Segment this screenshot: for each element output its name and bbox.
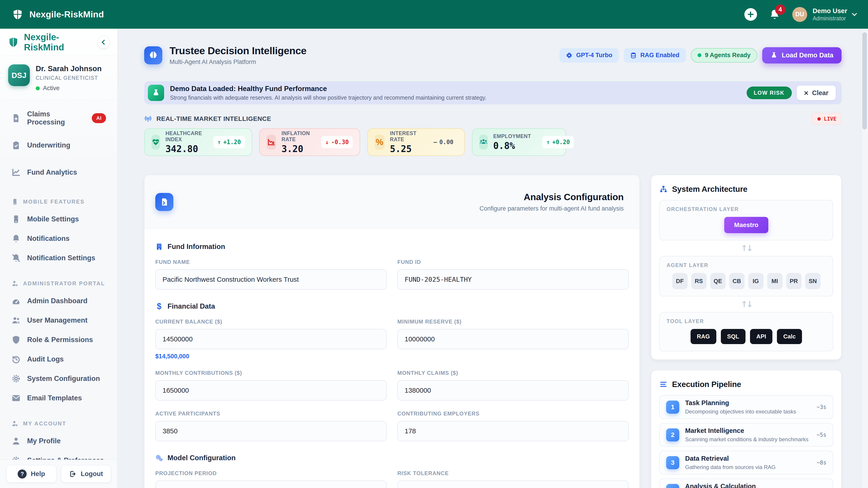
document-icon [155, 193, 174, 211]
add-button[interactable] [744, 8, 757, 21]
sidebar-item-notification-settings[interactable]: Notification Settings [5, 248, 112, 268]
sidebar-item-my-profile[interactable]: My Profile [5, 431, 112, 451]
tool-chips: RAG SQL API Calc [666, 329, 826, 344]
risk-badge: LOW RISK [747, 87, 792, 99]
logout-icon [69, 470, 76, 478]
page-subtitle: Multi-Agent AI Analysis Platform [169, 59, 307, 66]
sidebar-item-notifications[interactable]: Notifications [5, 229, 112, 248]
user-menu[interactable]: DU Demo User Administrator [792, 7, 856, 22]
sidebar-item-role-permissions[interactable]: Role & Permissions [5, 330, 112, 350]
avatar: DU [792, 7, 807, 22]
sidebar-item-audit-logs[interactable]: Audit Logs [5, 350, 112, 369]
agent-chip: QE [710, 273, 725, 289]
sidebar-item-settings-preferences[interactable]: Settings & Preferences [5, 451, 112, 459]
step-number: 2 [666, 428, 679, 442]
scrollbar-track[interactable] [861, 29, 868, 488]
notifications-button[interactable]: 4 [769, 8, 780, 20]
shield-icon [11, 335, 21, 345]
sidebar-item-mobile-settings[interactable]: Mobile Settings [5, 209, 112, 229]
sidebar-item-admin-dashboard[interactable]: Admin Dashboard [5, 291, 112, 311]
down-arrow-icon: ↓ [325, 139, 329, 145]
help-button[interactable]: ? Help [6, 465, 57, 483]
sidebar-item-fund-analytics[interactable]: Fund Analytics [5, 159, 112, 186]
market-intelligence-header: REAL-TIME MARKET INTELLIGENCE LIVE [144, 113, 842, 125]
agent-chip: DF [672, 273, 688, 289]
sidebar-user-name: Dr. Sarah Johnson [36, 64, 102, 73]
broadcast-icon [144, 115, 152, 123]
minimum-reserve-input[interactable] [397, 329, 629, 349]
flow-arrows-icon: ↑↓ [659, 300, 833, 309]
sidebar-section-administrator-portal: ADMINISTRATOR PORTAL [5, 278, 112, 289]
envelope-icon [11, 393, 21, 403]
market-card-interest-rate: % INTEREST RATE 5.25 — 0.00 [367, 128, 465, 156]
scrollbar-thumb[interactable] [862, 32, 867, 129]
demo-data-banner: Demo Data Loaded: Healthy Fund Performan… [144, 81, 842, 104]
field-current-balance: CURRENT BALANCE ($) $14,500,000 [155, 319, 386, 360]
flask-icon [148, 85, 164, 101]
sidebar-section-my-account: MY ACCOUNT [5, 418, 112, 429]
status-dot [36, 86, 40, 90]
user-text: Demo User Administrator [813, 7, 847, 22]
monthly-claims-input[interactable] [397, 380, 629, 400]
section-financial-data: $ Financial Data [155, 302, 629, 311]
load-demo-data-button[interactable]: Load Demo Data [762, 47, 842, 64]
main-content: Trustee Decision Intelligence Multi-Agen… [118, 29, 868, 488]
agent-chip: RS [691, 273, 707, 289]
brain-icon [144, 46, 162, 64]
navbar-brand-group: Nexgile-RiskMind [12, 8, 104, 21]
contributing-employers-input[interactable] [397, 421, 629, 441]
page-title-block: Trustee Decision Intelligence Multi-Agen… [169, 45, 307, 66]
sidebar-item-user-management[interactable]: User Management [5, 311, 112, 330]
clipboard-check-icon [11, 140, 21, 150]
current-balance-input[interactable] [155, 329, 386, 349]
sidebar-brand: Nexgile-RiskMind [24, 32, 93, 53]
sidebar-collapse-button[interactable] [98, 36, 110, 49]
question-icon: ? [18, 469, 27, 479]
active-participants-input[interactable] [155, 421, 386, 441]
user-icon [11, 436, 21, 446]
ai-badge: AI [92, 113, 106, 123]
clear-button[interactable]: × Clear [797, 86, 836, 100]
form-title: Analysis Configuration [479, 192, 624, 202]
sidebar-item-email-templates[interactable]: Email Templates [5, 388, 112, 408]
field-monthly-contributions: MONTHLY CONTRIBUTIONS ($) [155, 370, 386, 400]
dollar-icon: $ [155, 302, 163, 310]
sidebar-avatar: DSJ [8, 64, 30, 86]
live-badge: LIVE [812, 113, 842, 125]
chevron-down-icon [852, 11, 857, 16]
flat-dash-icon: — [434, 139, 437, 145]
section-model-configuration: Model Configuration [155, 454, 629, 462]
agent-chips: DF RS QE CB IG MI PR SN [666, 273, 826, 289]
system-architecture-panel: System Architecture ORCHESTRATION LAYER … [651, 175, 842, 360]
field-projection-period: PROJECTION PERIOD 18 Months [155, 470, 386, 488]
sidebar-item-system-configuration[interactable]: System Configuration [5, 369, 112, 388]
fund-name-input[interactable] [155, 269, 386, 290]
architecture-header: System Architecture [659, 182, 833, 196]
user-name: Demo User [813, 7, 847, 15]
risk-tolerance-select[interactable]: Moderate (VaR 95%) [397, 481, 629, 488]
maestro-node: Maestro [724, 217, 768, 233]
fund-id-input[interactable] [397, 269, 629, 290]
percent-icon: % [375, 135, 384, 150]
banner-actions: LOW RISK × Clear [747, 86, 836, 100]
chevron-left-icon [102, 39, 107, 45]
current-balance-hint: $14,500,000 [155, 353, 386, 360]
monthly-contributions-input[interactable] [155, 380, 386, 400]
step-duration: ~8s [817, 459, 827, 466]
navbar-actions: 4 DU Demo User Administrator [744, 7, 856, 22]
sidebar-item-underwriting[interactable]: Underwriting [5, 132, 112, 159]
field-active-participants: ACTIVE PARTICIPANTS [155, 411, 386, 441]
green-dot-icon [698, 53, 702, 57]
field-risk-tolerance: RISK TOLERANCE Moderate (VaR 95%) [397, 470, 629, 488]
app-title: Nexgile-RiskMind [29, 9, 104, 20]
sidebar-user-status: Active [36, 85, 102, 92]
sidebar-user-info: Dr. Sarah Johnson CLINICAL GENETICIST Ac… [36, 64, 102, 92]
projection-period-select[interactable]: 18 Months [155, 481, 386, 488]
sidebar-item-claims-processing[interactable]: Claims Processing AI [5, 105, 112, 132]
rag-chip: RAG Enabled [624, 48, 686, 63]
brand-shield-icon [12, 8, 24, 21]
tool-chip: RAG [690, 329, 716, 344]
chart-line-icon [11, 168, 21, 177]
mobile-icon [11, 198, 19, 205]
logout-button[interactable]: Logout [61, 465, 111, 483]
